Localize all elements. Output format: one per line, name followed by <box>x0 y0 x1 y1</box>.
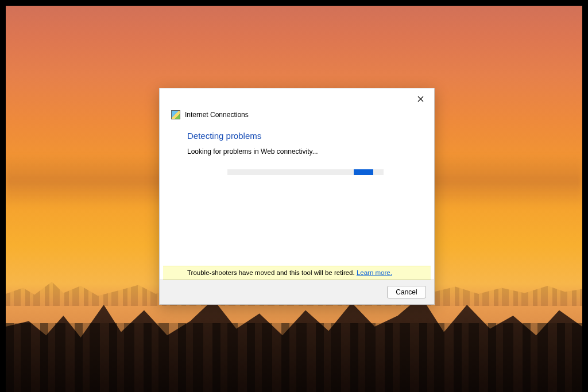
retirement-notice: Trouble-shooters have moved and this too… <box>163 266 431 280</box>
progress-indicator <box>354 169 373 175</box>
progress-bar <box>227 169 384 175</box>
troubleshooter-dialog: Internet Connections Detecting problems … <box>159 88 435 305</box>
dialog-body: Detecting problems Looking for problems … <box>160 119 434 266</box>
step-title: Detecting problems <box>187 131 407 141</box>
step-description: Looking for problems in Web connectivity… <box>187 148 407 156</box>
close-icon <box>417 96 424 102</box>
dialog-title: Internet Connections <box>185 111 249 119</box>
dialog-titlebar <box>160 88 434 110</box>
dialog-header: Internet Connections <box>160 110 434 119</box>
cancel-button[interactable]: Cancel <box>387 286 426 298</box>
progress-container <box>187 169 407 175</box>
troubleshooter-icon <box>171 110 180 119</box>
notice-text: Trouble-shooters have moved and this too… <box>187 269 357 276</box>
learn-more-link[interactable]: Learn more. <box>357 269 392 276</box>
close-button[interactable] <box>412 92 428 106</box>
dialog-footer: Cancel <box>160 280 434 304</box>
